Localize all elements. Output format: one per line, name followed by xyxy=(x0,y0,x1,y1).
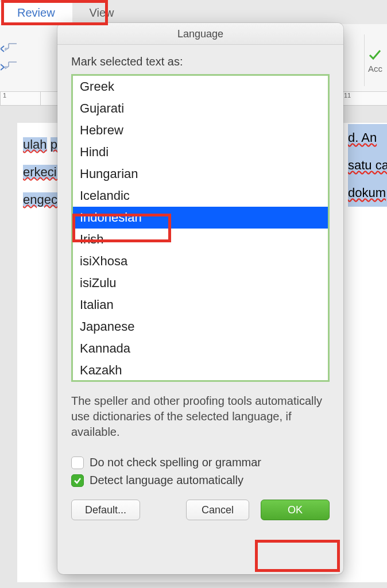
tab-review[interactable]: Review xyxy=(0,2,72,24)
comment-next-icon[interactable] xyxy=(0,59,18,75)
language-option-indonesian[interactable]: Indonesian xyxy=(73,207,328,229)
language-option-icelandic[interactable]: Icelandic xyxy=(73,185,328,207)
comment-prev-icon[interactable] xyxy=(0,41,18,57)
doc-text-line1: ulah xyxy=(23,137,47,152)
ok-button[interactable]: OK xyxy=(261,500,330,520)
doc-text-right: d. An satu ca dokum xyxy=(348,124,387,207)
checkbox-no-spellcheck[interactable] xyxy=(71,457,84,469)
language-option-isixhosa[interactable]: isiXhosa xyxy=(73,250,328,272)
ribbon-group-comments: ve xyxy=(0,41,18,75)
checkbox-detect-label: Detect language automatically xyxy=(90,474,243,487)
checkbox-no-spellcheck-label: Do not check spelling or grammar xyxy=(90,456,261,469)
checkbox-detect[interactable] xyxy=(71,474,84,487)
prompt-label: Mark selected text as: xyxy=(71,55,330,68)
info-text: The speller and other proofing tools aut… xyxy=(71,393,330,440)
language-option-gujarati[interactable]: Gujarati xyxy=(73,98,328,119)
language-option-japanese[interactable]: Japanese xyxy=(73,316,328,338)
language-option-irish[interactable]: Irish xyxy=(73,229,328,250)
ribbon-tabbar: Review View xyxy=(0,0,387,24)
checkbox-detect-row[interactable]: Detect language automatically xyxy=(71,474,330,487)
default-button[interactable]: Default... xyxy=(71,500,140,520)
language-option-hindi[interactable]: Hindi xyxy=(73,141,328,163)
dialog-title: Language xyxy=(57,23,343,45)
cancel-button[interactable]: Cancel xyxy=(186,500,249,520)
language-option-greek[interactable]: Greek xyxy=(73,76,328,98)
language-option-hungarian[interactable]: Hungarian xyxy=(73,163,328,185)
dialog-button-row: Default... Cancel OK xyxy=(71,500,330,520)
tab-view[interactable]: View xyxy=(72,2,131,24)
language-listbox[interactable]: GreekGujaratiHebrewHindiHungarianIceland… xyxy=(71,74,330,382)
language-option-isizulu[interactable]: isiZulu xyxy=(73,272,328,294)
ribbon-group-accessibility: Acc xyxy=(364,34,387,86)
language-dialog: Language Mark selected text as: GreekGuj… xyxy=(57,23,343,574)
checkbox-no-spellcheck-row[interactable]: Do not check spelling or grammar xyxy=(71,456,330,469)
language-option-kannada[interactable]: Kannada xyxy=(73,338,328,359)
language-option-kazakh[interactable]: Kazakh xyxy=(73,359,328,381)
language-option-italian[interactable]: Italian xyxy=(73,294,328,316)
language-option-hebrew[interactable]: Hebrew xyxy=(73,119,328,141)
ribbon-label-acc: Acc xyxy=(368,64,382,74)
checkmark-icon xyxy=(368,48,382,61)
